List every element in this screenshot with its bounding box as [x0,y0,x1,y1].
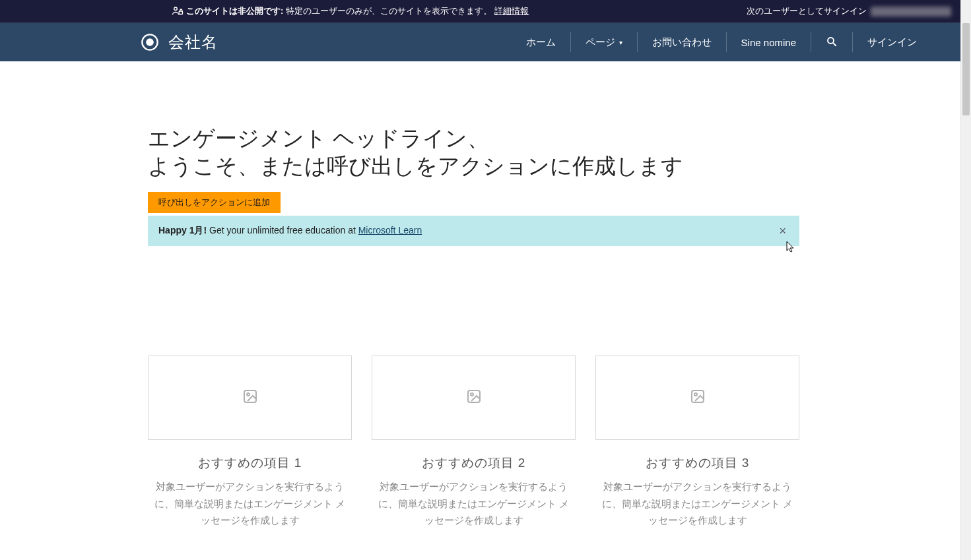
svg-rect-1 [179,11,182,15]
alert-bold: Happy 1月! [158,225,207,235]
hero-headline: エンゲージメント ヘッドライン、 ようこそ、または呼び出しをアクションに作成しま… [148,125,799,180]
hero-line1: エンゲージメント ヘッドライン、 [148,126,489,150]
info-alert: Happy 1月! Get your unlimited free educat… [148,216,799,246]
card-desc: 対象ユーザーがアクションを実行するように、簡単な説明またはエンゲージメント メッ… [148,478,352,529]
nav-home-label: ホーム [526,36,556,49]
page-content: エンゲージメント ヘッドライン、 ようこそ、または呼び出しをアクションに作成しま… [0,61,971,529]
search-icon [826,36,838,49]
private-banner-bold: このサイトは非公開です: [186,5,283,17]
image-icon [466,389,482,407]
signed-in-username: ████████ ████ [871,7,951,16]
private-banner-message: 特定のユーザーのみが、このサイトを表示できます。 [286,5,492,17]
hero-line2: ようこそ、または呼び出しをアクションに作成します [148,154,683,178]
card-1[interactable]: おすすめの項目 1 対象ユーザーがアクションを実行するように、簡単な説明またはエ… [148,356,352,529]
image-icon [690,389,706,407]
svg-point-11 [694,393,697,396]
card-2[interactable]: おすすめの項目 2 対象ユーザーがアクションを実行するように、簡単な説明またはエ… [372,356,576,529]
featured-cards: おすすめの項目 1 対象ユーザーがアクションを実行するように、簡単な説明またはエ… [148,356,799,529]
private-banner-more-link[interactable]: 詳細情報 [494,5,529,17]
alert-link[interactable]: Microsoft Learn [358,225,422,235]
brand-name: 会社名 [168,32,218,53]
private-banner-right: 次のユーザーとしてサインイン ████████ ████ [747,5,958,17]
card-title: おすすめの項目 3 [595,454,799,472]
nav-sine-label: Sine nomine [741,37,796,48]
nav-pages-label: ページ [586,36,615,49]
image-placeholder [372,356,576,440]
card-desc: 対象ユーザーがアクションを実行するように、簡単な説明またはエンゲージメント メッ… [595,478,799,529]
svg-line-5 [833,43,836,46]
image-icon [242,389,258,407]
logo-icon [141,33,159,51]
card-desc: 対象ユーザーがアクションを実行するように、簡単な説明またはエンゲージメント メッ… [372,478,576,529]
nav-sine-nomine[interactable]: Sine nomine [727,32,811,52]
main-nav: 会社名 ホーム ページ ▾ お問い合わせ Sine nomine サインイン [0,23,971,61]
nav-contact[interactable]: お問い合わせ [638,32,727,52]
svg-point-3 [146,38,154,46]
brand[interactable]: 会社名 [141,32,218,53]
svg-point-0 [174,7,178,11]
alert-body: Get your unlimited free education at [207,225,358,235]
private-banner-left: このサイトは非公開です: 特定のユーザーのみが、このサイトを表示できます。 詳細… [172,5,529,17]
card-title: おすすめの項目 2 [372,454,576,472]
card-title: おすすめの項目 1 [148,454,352,472]
close-icon[interactable]: × [776,225,789,237]
nav-signin[interactable]: サインイン [853,32,931,52]
card-3[interactable]: おすすめの項目 3 対象ユーザーがアクションを実行するように、簡単な説明またはエ… [595,356,799,529]
nav-signin-label: サインイン [867,36,917,49]
private-site-banner: このサイトは非公開です: 特定のユーザーのみが、このサイトを表示できます。 詳細… [0,0,971,23]
svg-point-9 [471,393,473,396]
nav-home[interactable]: ホーム [512,32,571,52]
svg-point-4 [828,38,834,44]
cta-button[interactable]: 呼び出しをアクションに追加 [148,192,281,213]
image-placeholder [595,356,799,440]
scrollbar-thumb[interactable] [962,23,970,115]
nav-search[interactable] [811,32,853,52]
nav-contact-label: お問い合わせ [652,36,712,49]
scrollbar[interactable] [960,0,971,529]
signed-in-as-label: 次のユーザーとしてサインイン [747,5,867,17]
people-lock-icon [172,5,184,17]
svg-point-7 [247,393,250,396]
cursor-icon [786,241,795,253]
image-placeholder [148,356,352,440]
alert-text: Happy 1月! Get your unlimited free educat… [158,225,422,237]
hero-section: エンゲージメント ヘッドライン、 ようこそ、または呼び出しをアクションに作成しま… [148,61,799,213]
nav-links: ホーム ページ ▾ お問い合わせ Sine nomine サインイン [512,32,931,52]
chevron-down-icon: ▾ [619,39,622,46]
nav-pages[interactable]: ページ ▾ [571,32,638,52]
